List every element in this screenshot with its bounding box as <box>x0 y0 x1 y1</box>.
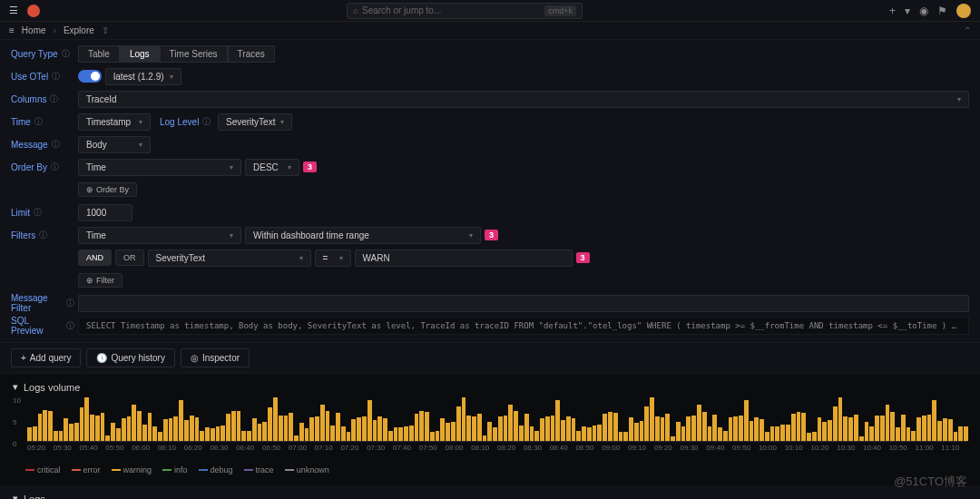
avatar[interactable] <box>956 4 971 18</box>
chevron-down-icon: ▾ <box>339 254 343 262</box>
info-icon[interactable]: ⓘ <box>34 116 43 128</box>
chevron-down-icon: ▾ <box>288 163 291 171</box>
menu-icon[interactable]: ≡ <box>9 25 15 35</box>
label-query-type: Query Typeⓘ <box>11 48 74 60</box>
logs-header[interactable]: ▾Logs <box>0 485 980 499</box>
legend-debug[interactable]: debug <box>199 465 233 475</box>
info-icon[interactable]: ⓘ <box>51 161 59 173</box>
info-icon[interactable]: ⓘ <box>66 298 74 309</box>
chevron-down-icon: ▾ <box>13 493 18 499</box>
logo[interactable] <box>27 5 40 17</box>
logs-panel: ▾Logs Time Unique labels Wrap lines Pret… <box>0 485 980 499</box>
query-history-button[interactable]: 🕔 Query history <box>86 348 174 367</box>
news-icon[interactable]: ⚑ <box>937 5 947 17</box>
logs-volume-chart[interactable]: 1050 05:2005:3005:4005:5006:0006:1006:20… <box>0 396 980 462</box>
actions-row: + Add query 🕔 Query history ◎ Inspector <box>0 342 980 374</box>
legend-error[interactable]: error <box>72 465 101 475</box>
message-select[interactable]: Body▾ <box>78 136 151 153</box>
help-icon[interactable]: ◉ <box>919 5 928 17</box>
legend-warning[interactable]: warning <box>112 465 152 475</box>
info-icon[interactable]: ⓘ <box>34 207 42 219</box>
tab-table[interactable]: Table <box>78 45 120 63</box>
tab-traces[interactable]: Traces <box>228 45 275 63</box>
tab-time-series[interactable]: Time Series <box>160 45 228 63</box>
cmdk-hint: cmd+k <box>544 5 576 16</box>
chevron-down-icon: ▾ <box>139 141 142 149</box>
filter-range-select[interactable]: Within dashboard time range▾ <box>245 227 481 244</box>
info-icon[interactable]: ⓘ <box>66 320 74 332</box>
loglevel-select[interactable]: SeverityText▾ <box>218 113 292 131</box>
orderby-dir-select[interactable]: DESC▾ <box>245 159 299 176</box>
info-icon[interactable]: ⓘ <box>52 139 60 151</box>
label-sql-preview: SQL Previewⓘ <box>11 316 74 336</box>
query-panel: Query Typeⓘ TableLogsTime SeriesTraces U… <box>0 40 980 342</box>
collapse-icon[interactable]: ⌃ <box>964 25 971 35</box>
otel-toggle[interactable] <box>78 70 102 83</box>
label-message: Messageⓘ <box>11 139 74 151</box>
watermark: @51CTO博客 <box>894 474 967 490</box>
add-icon[interactable]: + <box>889 5 896 17</box>
filter2-value-input[interactable]: WARN <box>355 250 573 267</box>
orderby-badge: 3 <box>303 161 317 172</box>
chart-legend: criticalerrorwarninginfodebugtraceunknow… <box>0 462 980 478</box>
search-icon: ⌕ <box>353 5 358 15</box>
filter-field-select[interactable]: Time▾ <box>78 227 241 244</box>
add-query-button[interactable]: + Add query <box>11 348 81 367</box>
label-use-otel: Use OTelⓘ <box>11 71 74 83</box>
top-icons: + ▾ ◉ ⚑ <box>889 4 971 18</box>
info-icon[interactable]: ⓘ <box>50 93 58 105</box>
chevron-down-icon: ▾ <box>230 231 233 240</box>
breadcrumb: ≡ Home › Explore ⇪ ⌃ <box>0 22 980 40</box>
label-order-by: Order Byⓘ <box>11 161 74 173</box>
info-icon[interactable]: ⓘ <box>62 48 70 60</box>
or-button[interactable]: OR <box>115 250 144 266</box>
chevron-down-icon: ▾ <box>170 73 173 81</box>
limit-input[interactable]: 1000 <box>78 204 132 221</box>
sql-preview: SELECT Timestamp as timestamp, Body as b… <box>78 317 969 335</box>
legend-trace[interactable]: trace <box>244 465 274 475</box>
inspector-button[interactable]: ◎ Inspector <box>181 348 250 367</box>
info-icon[interactable]: ⓘ <box>52 71 60 83</box>
share-icon[interactable]: ⇪ <box>102 25 109 35</box>
topbar: ☰ ⌕ Search or jump to... cmd+k + ▾ ◉ ⚑ <box>0 0 980 22</box>
legend-unknown[interactable]: unknown <box>285 465 329 475</box>
orderby-field-select[interactable]: Time▾ <box>78 159 241 176</box>
crumb-explore[interactable]: Explore <box>64 25 94 35</box>
chevron-down-icon: ▾ <box>139 118 142 126</box>
search-input[interactable]: ⌕ Search or jump to... cmd+k <box>347 3 583 19</box>
add-orderby-button[interactable]: ⊕ Order By <box>78 182 137 197</box>
filter2-op-select[interactable]: =▾ <box>315 250 351 267</box>
info-icon[interactable]: ⓘ <box>202 116 211 128</box>
time-select[interactable]: Timestamp▾ <box>78 113 151 131</box>
caret-icon[interactable]: ▾ <box>905 5 910 17</box>
and-button[interactable]: AND <box>78 250 112 266</box>
otel-version-select[interactable]: latest (1.2.9)▾ <box>105 68 181 85</box>
chevron-down-icon: ▾ <box>299 254 303 262</box>
chevron-down-icon: ▾ <box>230 163 233 171</box>
filter-badge: 3 <box>485 230 498 240</box>
chevron-down-icon: ▾ <box>957 95 961 103</box>
info-icon[interactable]: ⓘ <box>39 230 47 241</box>
legend-critical[interactable]: critical <box>25 465 61 475</box>
filter2-field-select[interactable]: SeverityText▾ <box>148 250 311 267</box>
logs-volume-header[interactable]: ▾Logs volume <box>0 374 980 396</box>
label-limit: Limitⓘ <box>11 207 74 219</box>
query-type-tabs: TableLogsTime SeriesTraces <box>78 45 275 63</box>
legend-info[interactable]: info <box>162 465 188 475</box>
chevron-right-icon: › <box>54 25 56 35</box>
chevron-down-icon: ▾ <box>13 381 18 393</box>
label-filters: Filtersⓘ <box>11 230 74 241</box>
label-time: Timeⓘ <box>11 116 74 128</box>
msg-filter-input[interactable] <box>78 295 969 312</box>
crumb-home[interactable]: Home <box>22 25 46 35</box>
filter-badge: 3 <box>576 252 590 263</box>
label-msg-filter: Message Filterⓘ <box>11 293 74 313</box>
search-placeholder: Search or jump to... <box>362 5 441 15</box>
tab-logs[interactable]: Logs <box>120 45 160 63</box>
menu-icon[interactable]: ☰ <box>9 5 18 16</box>
add-filter-button[interactable]: ⊕ Filter <box>78 273 122 288</box>
x-axis: 05:2005:3005:4005:5006:0006:1006:2006:30… <box>27 442 967 452</box>
y-axis: 1050 <box>13 396 21 462</box>
chevron-down-icon: ▾ <box>469 231 473 240</box>
columns-select[interactable]: TraceId▾ <box>78 91 969 108</box>
